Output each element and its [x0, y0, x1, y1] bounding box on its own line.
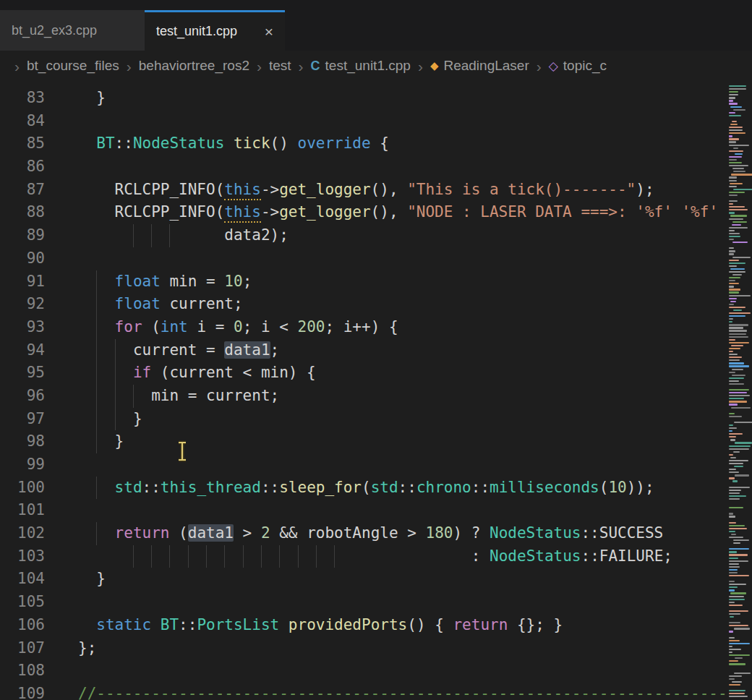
code-line-text: current = data1; [78, 339, 279, 362]
code-line[interactable]: 105 [0, 591, 727, 614]
code-line[interactable]: 83 } [0, 87, 727, 110]
tab-test_unit1[interactable]: test_unit1.cpp × [145, 10, 285, 51]
minimap-line [730, 124, 738, 125]
line-number[interactable]: 97 [0, 408, 45, 431]
line-number[interactable]: 83 [0, 87, 45, 110]
line-number[interactable]: 98 [0, 430, 45, 453]
code-line[interactable]: 100 std::this_thread::sleep_for(std::chr… [0, 477, 727, 500]
minimap-line [729, 569, 738, 571]
code-line[interactable]: 87 RCLCPP_INFO(this->get_logger(), "This… [0, 179, 727, 202]
code-line[interactable]: 94 current = data1; [0, 339, 727, 362]
code-line[interactable]: 95 if (current < min) { [0, 362, 727, 385]
line-number[interactable]: 90 [0, 247, 45, 270]
code-token: ); [636, 181, 654, 198]
minimap-line [729, 336, 748, 338]
code-token [261, 547, 279, 565]
code-line[interactable]: 92 float current; [0, 293, 727, 316]
code-token [151, 226, 169, 244]
code-line[interactable]: 99 [0, 453, 727, 477]
minimap-line [729, 631, 733, 632]
line-number[interactable]: 86 [0, 155, 45, 179]
minimap[interactable] [727, 81, 752, 700]
code-token: ; [243, 273, 252, 290]
minimap-line [729, 291, 739, 293]
code-line[interactable]: 89 data2); [0, 224, 727, 247]
line-number[interactable]: 104 [0, 568, 45, 591]
code-lines[interactable]: 83 }8485 BT::NodeStatus tick() override … [0, 81, 727, 700]
line-number[interactable]: 91 [0, 270, 45, 294]
close-icon[interactable]: × [265, 24, 273, 39]
code-token [96, 432, 114, 450]
code-line[interactable]: 93 for (int i = 0; i < 200; i++) { [0, 316, 727, 339]
minimap-line [730, 106, 743, 108]
line-number[interactable]: 101 [0, 499, 45, 522]
code-line[interactable]: 98 } [0, 430, 727, 453]
code-token [96, 479, 114, 496]
code-editor[interactable]: 83 }8485 BT::NodeStatus tick() override … [0, 81, 752, 700]
code-token [78, 318, 96, 336]
line-number[interactable]: 85 [0, 132, 45, 155]
line-number[interactable]: 106 [0, 614, 45, 637]
code-token: std [371, 479, 398, 496]
breadcrumb-item-folder[interactable]: behaviortree_ros2 [139, 58, 249, 74]
code-line[interactable]: 101 [0, 499, 727, 522]
breadcrumb-item-class[interactable]: ReadingLaser [443, 58, 529, 74]
code-line[interactable]: 102 return (data1 > 2 && robotAngle > 18… [0, 522, 727, 545]
minimap-line [729, 103, 738, 104]
code-line[interactable]: 85 BT::NodeStatus tick() override { [0, 132, 727, 155]
line-number[interactable]: 88 [0, 201, 45, 224]
line-number[interactable]: 100 [0, 477, 45, 500]
breadcrumb-item-file[interactable]: test_unit1.cpp [325, 58, 411, 74]
code-token: get_logger [279, 181, 370, 198]
line-number[interactable]: 84 [0, 110, 45, 133]
minimap-line [733, 189, 752, 190]
line-number[interactable]: 89 [0, 224, 45, 247]
minimap-line [729, 463, 743, 464]
code-line[interactable]: 96 min = current; [0, 385, 727, 408]
minimap-line [733, 451, 740, 453]
code-line[interactable]: 109//-----------------------------------… [0, 683, 727, 700]
line-number[interactable]: 105 [0, 591, 45, 614]
code-line[interactable]: 104 } [0, 568, 727, 591]
code-line[interactable]: 84 [0, 110, 727, 133]
line-number[interactable]: 103 [0, 545, 45, 568]
code-line[interactable]: 86 [0, 155, 727, 179]
code-line[interactable]: 106 static BT::PortsList providedPorts()… [0, 614, 727, 637]
line-number[interactable]: 108 [0, 660, 45, 683]
code-token: override [298, 135, 371, 152]
code-line[interactable]: 108 [0, 660, 727, 683]
line-number[interactable]: 87 [0, 179, 45, 202]
code-token [316, 547, 334, 565]
line-number[interactable]: 92 [0, 293, 45, 316]
minimap-line [735, 153, 743, 155]
line-number[interactable]: 93 [0, 316, 45, 339]
line-number[interactable]: 96 [0, 385, 45, 408]
code-token: current; [161, 295, 243, 312]
line-number[interactable]: 109 [0, 683, 45, 700]
line-number[interactable]: 107 [0, 637, 45, 660]
code-line[interactable]: 103 : NodeStatus::FAILURE; [0, 545, 727, 568]
code-line[interactable]: 97 } [0, 408, 727, 431]
line-number[interactable]: 95 [0, 362, 45, 385]
line-number[interactable]: 99 [0, 453, 45, 477]
breadcrumb-item-folder[interactable]: test [269, 58, 291, 74]
minimap-line [729, 197, 752, 199]
code-token: () { [407, 616, 453, 633]
line-number[interactable]: 102 [0, 522, 45, 545]
code-line[interactable]: 90 [0, 247, 727, 270]
breadcrumb-item-method[interactable]: topic_c [563, 58, 607, 74]
line-number[interactable]: 94 [0, 339, 45, 362]
code-line-text: data2); [78, 224, 289, 247]
code-token: )); [627, 479, 654, 496]
minimap-line [729, 236, 740, 237]
tab-label: bt_u2_ex3.cpp [12, 23, 97, 38]
tab-bt_u2_ex3[interactable]: bt_u2_ex3.cpp [0, 10, 145, 51]
minimap-line [729, 518, 752, 520]
code-line[interactable]: 91 float min = 10; [0, 270, 727, 294]
minimap-line [729, 599, 745, 600]
minimap-line [729, 637, 735, 639]
breadcrumb-item-folder[interactable]: bt_course_files [27, 58, 119, 74]
code-line[interactable]: 107}; [0, 637, 727, 660]
code-line[interactable]: 88 RCLCPP_INFO(this->get_logger(), "NODE… [0, 201, 727, 224]
code-token: NodeStatus [490, 524, 581, 542]
